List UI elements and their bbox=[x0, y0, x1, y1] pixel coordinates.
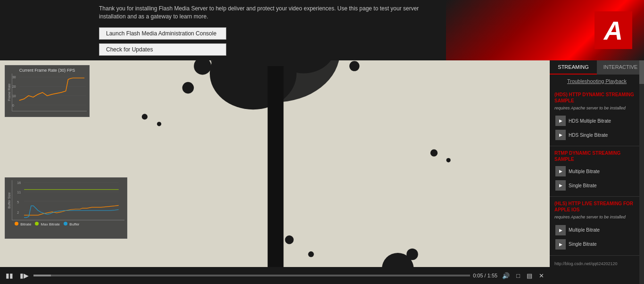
hls-single-item[interactable]: ▶ Single Bitrate bbox=[554, 237, 639, 251]
hls-multiple-item[interactable]: ▶ Multiple Bitrate bbox=[554, 223, 639, 237]
hds-single-play-button[interactable]: ▶ bbox=[555, 130, 566, 140]
svg-text:11: 11 bbox=[17, 191, 21, 194]
time-display: 0:05 / 1:55 bbox=[473, 273, 497, 278]
tab-streaming[interactable]: STREAMING bbox=[550, 60, 597, 75]
hds-single-bitrate-item[interactable]: ▶ HDS Single Bitrate bbox=[554, 128, 639, 142]
bitrate-dot bbox=[15, 222, 18, 226]
check-updates-button[interactable]: Check for Updates bbox=[99, 43, 226, 56]
rtmp-single-label: Single Bitrate bbox=[569, 183, 596, 188]
adobe-logo: A bbox=[592, 9, 635, 51]
share-button[interactable]: ✕ bbox=[537, 271, 546, 280]
tab-bar: STREAMING INTERACTIVE bbox=[550, 60, 644, 75]
buffer-chart: Buffer Size 16 11 5 2 bbox=[5, 177, 127, 239]
hds-single-label: HDS Single Bitrate bbox=[569, 133, 608, 138]
hds-multiple-bitrate-item[interactable]: ▶ HDS Multiple Bitrate bbox=[554, 114, 639, 128]
buffer-chart-svg: 16 11 5 2 bbox=[12, 180, 124, 220]
hls-multiple-play-button[interactable]: ▶ bbox=[555, 225, 566, 235]
hls-subtitle: requires Apache server to be installed bbox=[554, 215, 639, 220]
quality-button[interactable]: □ bbox=[514, 271, 522, 280]
watermark: http://blog.csdn.net/qq624202120 bbox=[550, 256, 644, 270]
svg-point-11 bbox=[182, 82, 194, 93]
bitrate-button[interactable]: ▤ bbox=[525, 271, 534, 280]
progress-bar[interactable] bbox=[33, 275, 470, 276]
header-left: Thank you for installing Flash Media Ser… bbox=[0, 0, 446, 60]
pause-button[interactable]: ▮▮ bbox=[4, 271, 15, 280]
fps-chart: Current Frame Rate (30) FPS Frame Rate 3… bbox=[5, 65, 90, 117]
buffer-dot bbox=[64, 222, 67, 226]
header-buttons: Launch Flash Media Administration Consol… bbox=[99, 27, 437, 56]
svg-text:16: 16 bbox=[17, 181, 21, 184]
troubleshooting-link[interactable]: Troubleshooting Playback bbox=[550, 75, 644, 88]
volume-button[interactable]: 🔊 bbox=[500, 271, 512, 280]
hls-title: (HLS) HTTP LIVE STREAMING FOR APPLE IOS bbox=[554, 200, 639, 213]
rtmp-section: RTMP DYNAMIC STREAMING SAMPLE ▶ Multiple… bbox=[550, 146, 644, 197]
header: Thank you for installing Flash Media Ser… bbox=[0, 0, 644, 60]
svg-point-23 bbox=[308, 251, 314, 257]
svg-rect-14 bbox=[268, 66, 284, 267]
rtmp-title: RTMP DYNAMIC STREAMING SAMPLE bbox=[554, 150, 639, 162]
buffer-chart-body: Buffer Size 16 11 5 2 bbox=[8, 180, 124, 220]
max-bitrate-dot bbox=[35, 222, 39, 226]
rtmp-single-play-button[interactable]: ▶ bbox=[555, 180, 566, 191]
svg-point-16 bbox=[406, 248, 418, 260]
header-description: Thank you for installing Flash Media Ser… bbox=[99, 5, 437, 21]
hds-multiple-label: HDS Multiple Bitrate bbox=[569, 118, 611, 124]
launch-console-button[interactable]: Launch Flash Media Administration Consol… bbox=[99, 27, 226, 40]
legend-bitrate: Bitrate bbox=[15, 222, 31, 226]
player-area: Current Frame Rate (30) FPS Frame Rate 3… bbox=[0, 60, 550, 284]
svg-text:A: A bbox=[603, 16, 623, 45]
player-controls: ▮▮ ▮▶ 0:05 / 1:55 🔊 □ ▤ ✕ bbox=[0, 267, 550, 284]
stop-button[interactable]: ▮▶ bbox=[18, 271, 31, 280]
hls-multiple-label: Multiple Bitrate bbox=[569, 227, 600, 233]
svg-text:2: 2 bbox=[17, 211, 19, 214]
fps-chart-body: 30 20 10 0 bbox=[12, 74, 87, 111]
watermark-text: http://blog.csdn.net/qq624202120 bbox=[554, 261, 618, 266]
svg-text:30: 30 bbox=[12, 75, 16, 79]
hls-section: (HLS) HTTP LIVE STREAMING FOR APPLE IOS … bbox=[550, 197, 644, 256]
hds-title: (HDS) HTTP DYNAMIC STREAMING SAMPLE bbox=[554, 92, 639, 104]
svg-text:0: 0 bbox=[12, 103, 14, 107]
sidebar: STREAMING INTERACTIVE Troubleshooting Pl… bbox=[550, 60, 644, 284]
svg-point-12 bbox=[349, 61, 359, 71]
rtmp-single-item[interactable]: ▶ Single Bitrate bbox=[554, 178, 639, 192]
tab-interactive[interactable]: INTERACTIVE bbox=[597, 60, 644, 75]
progress-fill bbox=[33, 275, 51, 276]
svg-point-18 bbox=[142, 114, 148, 119]
svg-point-21 bbox=[446, 158, 451, 162]
rtmp-multiple-item[interactable]: ▶ Multiple Bitrate bbox=[554, 164, 639, 178]
fps-chart-svg: 30 20 10 0 bbox=[12, 74, 87, 111]
svg-text:10: 10 bbox=[12, 94, 16, 97]
hds-subtitle: requires Apache server to be installed bbox=[554, 106, 639, 111]
header-right: A bbox=[446, 0, 644, 60]
svg-point-20 bbox=[430, 149, 438, 156]
fps-y-label: Frame Rate bbox=[8, 74, 11, 111]
scrollbar-track[interactable] bbox=[639, 60, 644, 284]
fps-chart-area: Frame Rate 30 20 10 0 bbox=[8, 74, 87, 111]
main-content: Current Frame Rate (30) FPS Frame Rate 3… bbox=[0, 60, 644, 284]
hds-multiple-play-button[interactable]: ▶ bbox=[555, 116, 566, 126]
buffer-y-label: Buffer Size bbox=[8, 180, 11, 220]
hds-section: (HDS) HTTP DYNAMIC STREAMING SAMPLE requ… bbox=[550, 88, 644, 147]
scrollbar-thumb[interactable] bbox=[639, 60, 644, 84]
svg-point-22 bbox=[285, 235, 293, 244]
legend-max-bitrate: Max Bitrate bbox=[35, 222, 60, 226]
buffer-legend: Bitrate Max Bitrate Buffer bbox=[8, 222, 124, 226]
fps-chart-title: Current Frame Rate (30) FPS bbox=[8, 68, 87, 73]
legend-buffer: Buffer bbox=[64, 222, 79, 226]
svg-text:5: 5 bbox=[17, 200, 19, 204]
rtmp-multiple-label: Multiple Bitrate bbox=[569, 169, 600, 174]
rtmp-multiple-play-button[interactable]: ▶ bbox=[555, 166, 566, 176]
hls-single-label: Single Bitrate bbox=[569, 242, 596, 247]
video-container: Current Frame Rate (30) FPS Frame Rate 3… bbox=[0, 60, 550, 267]
svg-point-19 bbox=[157, 122, 161, 126]
svg-text:20: 20 bbox=[12, 85, 16, 88]
hls-single-play-button[interactable]: ▶ bbox=[555, 239, 566, 250]
